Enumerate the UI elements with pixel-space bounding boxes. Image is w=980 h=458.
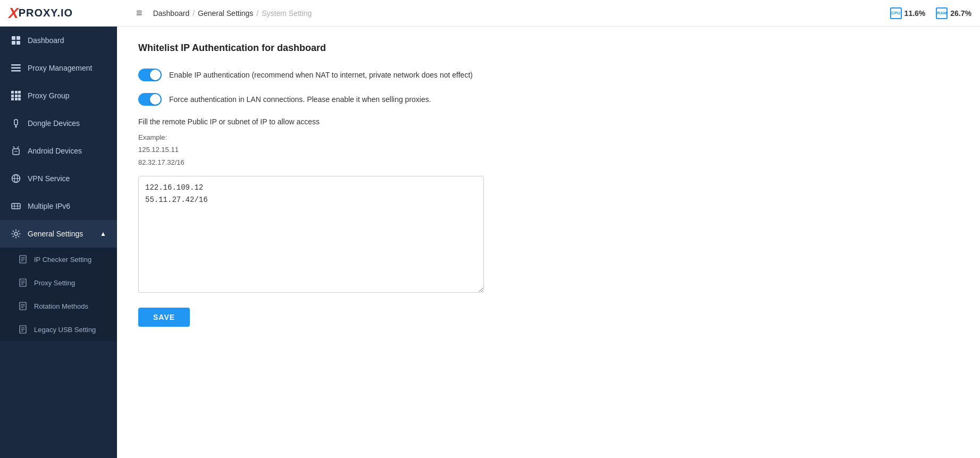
dashboard-icon — [11, 35, 21, 46]
ram-icon: RAM — [936, 7, 948, 19]
sidebar-label-proxy-management: Proxy Management — [28, 64, 92, 72]
svg-rect-13 — [11, 98, 14, 100]
svg-rect-7 — [11, 91, 14, 94]
ram-value: 26.7% — [950, 9, 971, 18]
list-icon — [11, 63, 21, 73]
sidebar-label-android-devices: Android Devices — [28, 147, 82, 155]
svg-rect-0 — [12, 36, 15, 40]
svg-rect-14 — [15, 98, 18, 100]
header-left: X PROXY.IO ≡ Dashboard / General Setting… — [9, 5, 312, 22]
svg-rect-23 — [16, 151, 18, 152]
breadcrumb: Dashboard / General Settings / System Se… — [153, 9, 312, 18]
breadcrumb-sep-2: / — [256, 9, 258, 18]
svg-rect-16 — [14, 120, 18, 125]
ram-stat: RAM 26.7% — [936, 7, 971, 19]
breadcrumb-dashboard[interactable]: Dashboard — [153, 9, 190, 18]
doc-icon-3 — [19, 302, 28, 310]
toggle-2-label: Force authentication in LAN connections.… — [169, 95, 431, 104]
svg-rect-5 — [11, 67, 21, 69]
logo-x: X — [9, 5, 19, 22]
svg-rect-12 — [18, 95, 21, 97]
toggle-1-label: Enable IP authentication (recommend when… — [169, 71, 473, 79]
sidebar-sub-legacy-usb-setting[interactable]: Legacy USB Setting — [0, 318, 117, 341]
android-icon — [11, 146, 21, 156]
dongle-icon — [11, 118, 21, 129]
doc-icon-4 — [19, 325, 28, 334]
logo: X PROXY.IO — [9, 5, 125, 22]
top-header: X PROXY.IO ≡ Dashboard / General Setting… — [0, 0, 980, 27]
vpn-icon — [11, 173, 21, 184]
svg-rect-15 — [18, 98, 21, 100]
sidebar-sub-label-legacy-usb: Legacy USB Setting — [34, 326, 96, 334]
cpu-icon: CPU — [890, 7, 902, 19]
settings-icon — [11, 228, 21, 239]
toggle-1[interactable] — [138, 69, 162, 81]
svg-rect-10 — [11, 95, 14, 97]
sidebar-item-vpn-service[interactable]: VPN Service — [0, 165, 117, 192]
svg-rect-6 — [11, 70, 21, 72]
ipv6-icon — [11, 201, 21, 211]
example-block: Example: 125.12.15.1182.32.17.32/16 — [138, 131, 959, 168]
save-button[interactable]: SAVE — [138, 308, 190, 327]
toggle-row-1: Enable IP authentication (recommend when… — [138, 69, 959, 81]
breadcrumb-system-setting: System Setting — [262, 9, 312, 18]
breadcrumb-general-settings[interactable]: General Settings — [198, 9, 253, 18]
doc-icon-1 — [19, 255, 28, 264]
svg-rect-9 — [18, 91, 21, 94]
svg-rect-19 — [13, 149, 19, 155]
chevron-up-icon: ▲ — [100, 230, 106, 238]
svg-rect-2 — [12, 41, 15, 45]
sidebar-label-multiple-ipv6: Multiple IPv6 — [28, 202, 70, 210]
svg-rect-22 — [15, 151, 16, 152]
sidebar-item-proxy-group[interactable]: Proxy Group — [0, 82, 117, 109]
example-label: Example: — [138, 133, 167, 141]
sidebar: Dashboard Proxy Management Proxy Group D… — [0, 27, 117, 458]
header-right: CPU 11.6% RAM 26.7% — [890, 7, 971, 19]
sidebar-item-dashboard[interactable]: Dashboard — [0, 27, 117, 54]
doc-icon-2 — [19, 278, 28, 287]
main-layout: Dashboard Proxy Management Proxy Group D… — [0, 27, 980, 458]
svg-rect-11 — [15, 95, 18, 97]
toggle-2[interactable] — [138, 93, 162, 106]
sidebar-item-proxy-management[interactable]: Proxy Management — [0, 54, 117, 82]
ip-whitelist-textarea[interactable]: 122.16.109.12 55.11.27.42/16 — [138, 176, 484, 293]
svg-line-21 — [18, 147, 19, 148]
hamburger-icon[interactable]: ≡ — [134, 5, 145, 21]
sidebar-label-dongle-devices: Dongle Devices — [28, 119, 80, 128]
sidebar-item-dongle-devices[interactable]: Dongle Devices — [0, 109, 117, 137]
sidebar-sub-rotation-methods[interactable]: Rotation Methods — [0, 294, 117, 318]
svg-rect-4 — [11, 64, 21, 66]
main-content: Whitelist IP Authentication for dashboar… — [117, 27, 980, 458]
toggle-row-2: Force authentication in LAN connections.… — [138, 93, 959, 106]
breadcrumb-sep-1: / — [192, 9, 195, 18]
sidebar-sub-label-ip-checker: IP Checker Setting — [34, 256, 91, 264]
svg-line-20 — [13, 147, 14, 148]
sidebar-sub-label-proxy-setting: Proxy Setting — [34, 279, 75, 287]
svg-rect-17 — [15, 126, 17, 128]
sidebar-item-android-devices[interactable]: Android Devices — [0, 137, 117, 165]
sidebar-sub-proxy-setting[interactable]: Proxy Setting — [0, 271, 117, 294]
svg-point-31 — [14, 232, 18, 235]
sidebar-label-proxy-group: Proxy Group — [28, 91, 70, 100]
section-title: Whitelist IP Authentication for dashboar… — [138, 43, 959, 54]
cpu-stat: CPU 11.6% — [890, 7, 926, 19]
sidebar-item-multiple-ipv6[interactable]: Multiple IPv6 — [0, 192, 117, 220]
sidebar-sub-label-rotation-methods: Rotation Methods — [34, 302, 88, 310]
sidebar-label-general-settings: General Settings — [28, 230, 83, 238]
cpu-value: 11.6% — [904, 9, 926, 18]
sidebar-sub-ip-checker[interactable]: IP Checker Setting — [0, 248, 117, 271]
fill-label: Fill the remote Public IP or subnet of I… — [138, 117, 959, 126]
example-ips: 125.12.15.1182.32.17.32/16 — [138, 146, 185, 166]
svg-rect-3 — [16, 41, 20, 45]
sidebar-label-dashboard: Dashboard — [28, 36, 64, 45]
sidebar-label-vpn-service: VPN Service — [28, 174, 70, 183]
svg-rect-8 — [15, 91, 18, 94]
sidebar-item-general-settings[interactable]: General Settings ▲ — [0, 220, 117, 248]
sidebar-submenu: IP Checker Setting Proxy Setting Rotatio… — [0, 248, 117, 341]
svg-rect-1 — [16, 36, 20, 40]
apps-icon — [11, 90, 21, 101]
logo-text: PROXY.IO — [19, 7, 73, 19]
